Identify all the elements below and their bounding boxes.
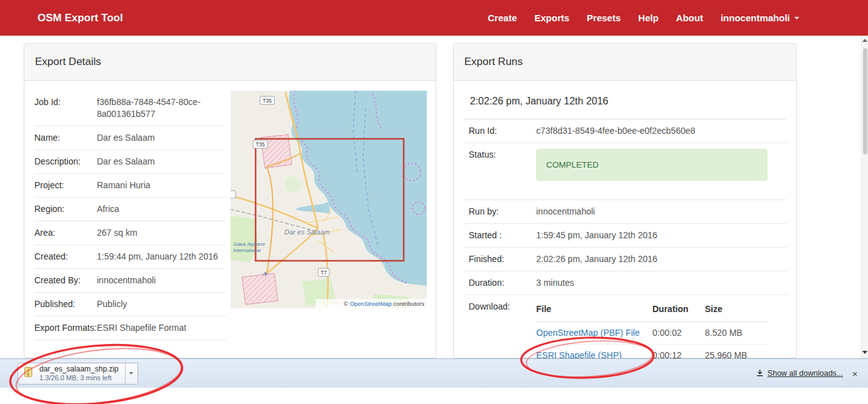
run-id-label: Run Id: — [469, 125, 536, 137]
pbf-duration: 0:00:02 — [652, 327, 705, 339]
detail-label: Created: — [34, 251, 97, 263]
detail-row-created-by: Created By: innocentmaholi — [34, 269, 226, 293]
duration-value: 3 minutes — [536, 277, 781, 289]
user-menu[interactable]: innocentmaholi — [712, 13, 808, 23]
zip-file-icon — [23, 366, 34, 380]
detail-row-name: Name: Dar es Salaam — [34, 126, 226, 150]
run-id-value: c73f8d31-8549-4fee-b0ee-e0f2ecb560e8 — [536, 125, 781, 137]
detail-label: Job Id: — [34, 96, 97, 108]
map-city-label: Dar es Salaam — [284, 228, 330, 236]
status-badge: COMPLETED — [536, 149, 767, 181]
download-progress-text: 1.3/26.0 MB, 3 mins left — [39, 374, 119, 382]
map-greenspace — [285, 176, 301, 193]
detail-label: Project: — [34, 179, 97, 191]
road-shield-t35-top: T35 — [260, 96, 274, 104]
export-runs-panel: Export Runs 2:02:26 pm, January 12th 201… — [453, 43, 797, 358]
nav-item-about[interactable]: About — [667, 13, 712, 23]
download-icon — [756, 369, 764, 378]
run-by-label: Run by: — [469, 206, 536, 218]
download-item-menu-button[interactable] — [125, 363, 137, 384]
detail-label: Region: — [34, 203, 97, 215]
nav-item-exports[interactable]: Exports — [526, 13, 578, 23]
detail-row-description: Description: Dar es Salaam — [34, 150, 226, 174]
pbf-file-link[interactable]: OpenStreetMap (PBF) File — [536, 328, 640, 338]
detail-label: Area: — [34, 227, 97, 239]
header-duration: Duration — [652, 303, 705, 315]
detail-label: Description: — [34, 156, 97, 168]
svg-text:T7: T7 — [321, 270, 327, 276]
svg-text:T35: T35 — [256, 141, 265, 148]
user-menu-label: innocentmaholi — [721, 13, 790, 23]
status-label: Status: — [469, 149, 536, 161]
app-brand[interactable]: OSM Export Tool — [37, 12, 123, 24]
run-row-status: Status: COMPLETED — [464, 143, 786, 200]
export-details-panel: Export Details Job Id: f36fb88a-7848-454… — [24, 43, 436, 358]
show-all-downloads-label: Show all downloads... — [767, 369, 843, 378]
download-item[interactable]: dar_es_salaam_shp.zip 1.3/26.0 MB, 3 min… — [17, 363, 138, 385]
pbf-size: 8.520 MB — [705, 327, 767, 339]
detail-label: Created By: — [34, 275, 97, 286]
detail-value: Dar es Salaam — [97, 156, 221, 168]
detail-row-region: Region: Africa — [34, 198, 226, 221]
download-item-main[interactable]: dar_es_salaam_shp.zip 1.3/26.0 MB, 3 min… — [18, 363, 125, 384]
detail-value: 1:59:44 pm, January 12th 2016 — [97, 251, 221, 263]
road-shield-t7: T7 — [318, 268, 329, 276]
detail-value: Ramani Huria — [97, 179, 221, 191]
export-details-table: Job Id: f36fb88a-7848-4547-80ce-8a001361… — [34, 91, 226, 340]
scroll-up-arrow-icon[interactable] — [862, 39, 867, 42]
scrollbar-thumb[interactable] — [863, 48, 867, 154]
run-timestamp-heading: 2:02:26 pm, January 12th 2016 — [470, 96, 786, 107]
map-airport-label-line1: Julius Nyerere — [232, 241, 266, 247]
duration-label: Duration: — [469, 277, 536, 289]
export-runs-body: 2:02:26 pm, January 12th 2016 Run Id: c7… — [454, 81, 796, 382]
browser-download-shelf: dar_es_salaam_shp.zip 1.3/26.0 MB, 3 min… — [0, 358, 868, 388]
detail-row-area: Area: 267 sq km — [34, 221, 226, 245]
detail-value: innocentmaholi — [97, 275, 221, 286]
run-row-id: Run Id: c73f8d31-8549-4fee-b0ee-e0f2ecb5… — [464, 119, 786, 143]
map-airport-label-line2: International — [233, 248, 261, 253]
nav-item-help[interactable]: Help — [629, 13, 667, 23]
header-size: Size — [705, 303, 767, 315]
detail-row-export-formats: Export Formats: ESRI Shapefile Format — [34, 316, 226, 340]
scroll-down-arrow-icon[interactable] — [862, 351, 867, 354]
road-shield-t35-mid: T35 — [253, 140, 267, 148]
detail-value: 267 sq km — [97, 227, 221, 239]
download-filename: dar_es_salaam_shp.zip — [39, 365, 119, 373]
show-all-downloads-link[interactable]: Show all downloads... — [756, 369, 843, 378]
run-row-duration: Duration: 3 minutes — [464, 271, 786, 295]
download-table-header: File Duration Size — [536, 301, 767, 322]
detail-value: Africa — [97, 203, 221, 215]
download-label: Download: — [469, 301, 536, 313]
detail-value: Dar es Salaam — [97, 132, 221, 144]
map-attribution[interactable]: © OpenStreetMap contributors — [344, 300, 424, 307]
nav-item-presets[interactable]: Presets — [578, 13, 629, 23]
detail-label: Export Formats: — [34, 322, 97, 334]
finished-label: Finished: — [469, 253, 536, 265]
navbar: OSM Export Tool Create Exports Presets H… — [0, 0, 868, 36]
detail-label: Name: — [34, 132, 97, 144]
detail-row-job-id: Job Id: f36fb88a-7848-4547-80ce-8a001361… — [34, 91, 226, 126]
detail-row-published: Published: Publicly — [34, 293, 226, 316]
chevron-down-icon — [794, 17, 799, 19]
detail-row-created: Created: 1:59:44 pm, January 12th 2016 — [34, 245, 226, 269]
chevron-down-icon — [129, 372, 133, 375]
detail-value: ESRI Shapefile Format — [97, 322, 221, 334]
download-item-text: dar_es_salaam_shp.zip 1.3/26.0 MB, 3 min… — [39, 365, 119, 382]
started-value: 1:59:45 pm, January 12th 2016 — [536, 230, 781, 241]
download-row-pbf: OpenStreetMap (PBF) File 0:00:02 8.520 M… — [536, 322, 767, 344]
nav-item-create[interactable]: Create — [479, 13, 526, 23]
vertical-scrollbar[interactable] — [861, 36, 868, 358]
run-row-finished: Finished: 2:02:26 pm, January 12th 2016 — [464, 248, 786, 271]
export-details-title: Export Details — [24, 44, 436, 81]
detail-value: f36fb88a-7848-4547-80ce-8a001361b577 — [97, 96, 221, 120]
detail-row-project: Project: Ramani Huria — [34, 174, 226, 198]
status-value-cell: COMPLETED — [536, 149, 781, 181]
close-shelf-button[interactable]: × — [846, 368, 864, 379]
navbar-items: Create Exports Presets Help About innoce… — [479, 13, 808, 23]
detail-value: Publicly — [97, 298, 221, 310]
road-shield-clipped — [231, 191, 236, 198]
header-file: File — [536, 303, 652, 315]
run-details-table: Run Id: c73f8d31-8549-4fee-b0ee-e0f2ecb5… — [464, 119, 786, 372]
run-row-started: Started : 1:59:45 pm, January 12th 2016 — [464, 224, 786, 248]
openstreetmap-link: OpenStreetMap — [350, 300, 392, 307]
